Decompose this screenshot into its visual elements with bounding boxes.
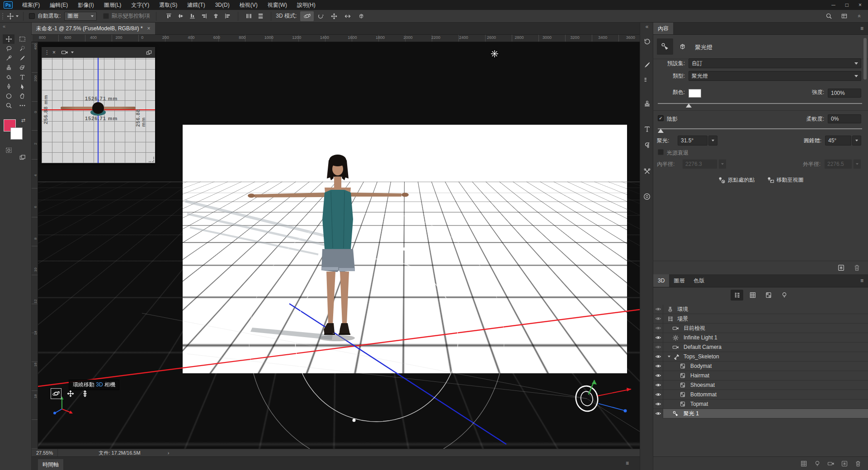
scene-item-skeleton[interactable]: Tops_Skeleton bbox=[653, 352, 868, 362]
visibility-eye-icon[interactable] bbox=[653, 371, 663, 381]
minimap-resize-handle[interactable] bbox=[149, 157, 154, 162]
history-panel-icon[interactable] bbox=[640, 35, 654, 47]
vertical-ruler[interactable]: 400200024681012141618 bbox=[32, 42, 38, 449]
zoom-tool[interactable] bbox=[3, 101, 14, 110]
horizontal-ruler[interactable]: 8006004002000200400600800100012001400160… bbox=[32, 35, 640, 42]
light-color-swatch[interactable] bbox=[689, 89, 701, 98]
swap-view-icon[interactable] bbox=[146, 49, 152, 56]
softness-slider[interactable] bbox=[658, 128, 862, 133]
background-color-swatch[interactable] bbox=[10, 127, 23, 140]
light-type-button[interactable] bbox=[657, 38, 673, 55]
visibility-eye-icon[interactable] bbox=[653, 324, 663, 333]
window-minimize-button[interactable]: ─ bbox=[826, 0, 840, 10]
visibility-eye-icon[interactable] bbox=[653, 333, 663, 343]
cone-caret[interactable] bbox=[852, 136, 861, 146]
quick-mask-icon[interactable] bbox=[3, 146, 14, 155]
document-info[interactable]: 文件: 17.2M/16.5M bbox=[99, 450, 140, 456]
status-chevron-icon[interactable]: › bbox=[168, 450, 170, 456]
eyedropper-tool[interactable] bbox=[3, 53, 14, 63]
document-close-icon[interactable]: × bbox=[147, 25, 151, 32]
3d-scale-mode-button[interactable] bbox=[354, 11, 368, 21]
menu-image[interactable]: 影像(I) bbox=[73, 0, 99, 10]
align-middle-icon[interactable] bbox=[175, 11, 186, 21]
3d-panel-tab[interactable]: 3D bbox=[653, 274, 669, 287]
render-scene-icon[interactable] bbox=[841, 460, 848, 467]
secondary-view[interactable]: ⋮ × 1526.71 mm 1526.71 mm 256.88 mm 256.… bbox=[42, 47, 155, 163]
scene-item-infinite-light[interactable]: Infinite Light 1 bbox=[653, 333, 868, 343]
path-select-tool[interactable] bbox=[16, 82, 28, 91]
window-close-button[interactable]: × bbox=[854, 0, 868, 10]
auto-select-dropdown[interactable]: 圖層 bbox=[64, 12, 97, 21]
visibility-eye-icon[interactable] bbox=[653, 352, 663, 362]
timeline-menu-icon[interactable]: ≡ bbox=[626, 460, 629, 466]
edit-toolbar-icon[interactable] bbox=[16, 101, 28, 110]
properties-scrollbar[interactable] bbox=[863, 38, 867, 80]
filter-lights-button[interactable] bbox=[778, 290, 791, 301]
add-camera-icon[interactable] bbox=[827, 460, 835, 467]
visibility-eye-icon[interactable] bbox=[653, 362, 663, 371]
scene-item-environment[interactable]: 環境 bbox=[653, 305, 868, 314]
menu-file[interactable]: 檔案(F) bbox=[17, 0, 45, 10]
layers-panel-tab[interactable]: 圖層 bbox=[669, 274, 689, 287]
visibility-eye-icon[interactable] bbox=[653, 314, 663, 324]
type-dropdown[interactable]: 聚光燈 bbox=[689, 71, 861, 81]
scene-item-topmat[interactable]: Topmat bbox=[653, 400, 868, 409]
paint-bucket-tool[interactable] bbox=[3, 72, 14, 82]
preset-dropdown[interactable]: 自訂 bbox=[689, 58, 861, 68]
hotspot-field[interactable]: 31.5° bbox=[678, 136, 708, 146]
scene-item-shoesmat[interactable]: Shoesmat bbox=[653, 381, 868, 390]
toolbar-collapse-icon[interactable]: « bbox=[3, 24, 5, 29]
tools-panel-icon[interactable] bbox=[640, 165, 654, 177]
dock-collapse-icon[interactable]: « bbox=[640, 23, 654, 31]
lasso-tool[interactable] bbox=[3, 44, 14, 53]
menu-window[interactable]: 視窗(W) bbox=[263, 0, 292, 10]
quick-select-tool[interactable] bbox=[16, 44, 28, 53]
brush-presets-panel-icon[interactable] bbox=[640, 74, 654, 86]
zoom-level-field[interactable]: 27.55% bbox=[32, 449, 58, 456]
properties-tab[interactable]: 內容 bbox=[653, 23, 673, 34]
menu-3d[interactable]: 3D(D) bbox=[210, 0, 235, 10]
3d-panel-menu-icon[interactable]: ≡ bbox=[856, 274, 868, 287]
distribute-vertical-icon[interactable] bbox=[255, 11, 266, 21]
document-tab[interactable]: 未命名-1 @ 27.5% (FuseModelB, RGB/8#) * × bbox=[32, 23, 155, 34]
distribute-horizontal-icon[interactable] bbox=[243, 11, 255, 21]
menu-view[interactable]: 檢視(V) bbox=[235, 0, 263, 10]
shadow-checkbox[interactable]: ✓ bbox=[658, 115, 664, 121]
menu-filter[interactable]: 濾鏡(T) bbox=[182, 0, 210, 10]
add-light-icon[interactable] bbox=[814, 460, 821, 467]
creative-cloud-icon[interactable] bbox=[640, 191, 654, 202]
3d-roll-mode-button[interactable] bbox=[314, 11, 327, 21]
menu-edit[interactable]: 編輯(E) bbox=[45, 0, 73, 10]
visibility-eye-icon[interactable] bbox=[653, 343, 663, 352]
channels-panel-tab[interactable]: 色版 bbox=[689, 274, 709, 287]
coordinates-button[interactable] bbox=[677, 41, 688, 52]
swap-colors-icon[interactable]: ⇄ bbox=[21, 118, 25, 123]
scene-item-hairmat[interactable]: Hairmat bbox=[653, 371, 868, 381]
brush-settings-panel-icon[interactable] bbox=[640, 59, 654, 70]
align-bottom-icon[interactable] bbox=[186, 11, 198, 21]
visibility-eye-icon[interactable] bbox=[653, 400, 663, 409]
pan-camera-button[interactable] bbox=[65, 388, 76, 399]
3d-pan-mode-button[interactable] bbox=[327, 11, 341, 21]
visibility-eye-icon[interactable] bbox=[653, 381, 663, 390]
filter-materials-button[interactable] bbox=[762, 290, 775, 301]
options-grip[interactable] bbox=[2, 13, 3, 19]
character-panel-icon[interactable] bbox=[640, 123, 654, 135]
scene-item-bodymat[interactable]: Bodymat bbox=[653, 362, 868, 371]
screen-mode-icon[interactable] bbox=[16, 153, 28, 162]
point-at-origin-button[interactable]: 原點處的點 bbox=[718, 176, 755, 184]
secondary-view-body[interactable]: 1526.71 mm 1526.71 mm 256.88 mm 256.88 m… bbox=[42, 58, 155, 163]
align-right-icon[interactable] bbox=[222, 11, 233, 21]
menu-select[interactable]: 選取(S) bbox=[154, 0, 182, 10]
move-tool[interactable] bbox=[3, 34, 14, 44]
filter-scene-button[interactable] bbox=[731, 290, 743, 301]
window-maximize-button[interactable]: □ bbox=[840, 0, 854, 10]
render-to-view-icon[interactable] bbox=[837, 264, 845, 272]
delete-light-icon[interactable] bbox=[853, 264, 861, 272]
secondary-view-camera-caret[interactable] bbox=[71, 52, 74, 53]
show-transform-checkbox[interactable] bbox=[103, 13, 109, 19]
search-icon[interactable] bbox=[823, 11, 835, 21]
scene-item-bottommat[interactable]: Bottommat bbox=[653, 390, 868, 400]
hotspot-caret[interactable] bbox=[708, 136, 717, 146]
menu-layer[interactable]: 圖層(L) bbox=[99, 0, 127, 10]
